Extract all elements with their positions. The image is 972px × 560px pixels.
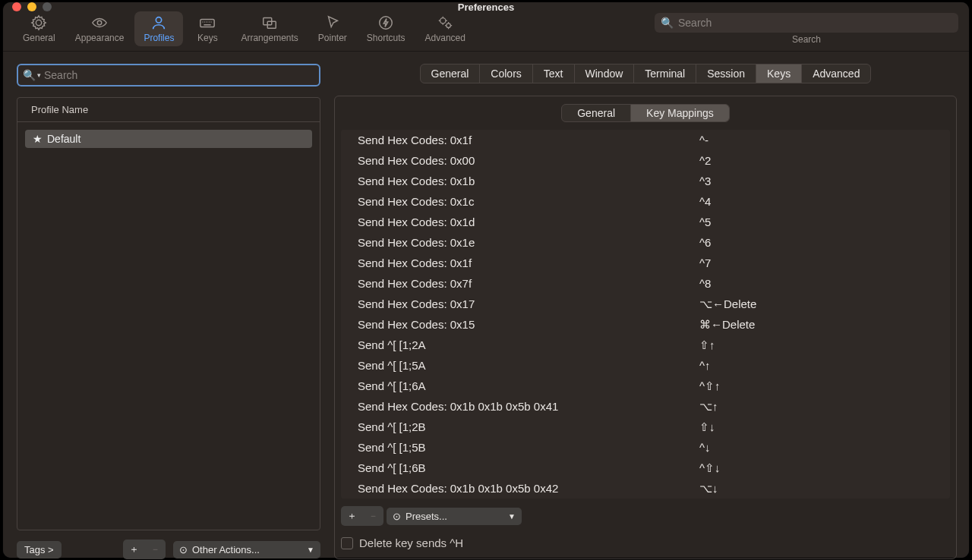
toolbar-arrangements[interactable]: Arrangements: [232, 11, 307, 46]
mapping-row[interactable]: Send Hex Codes: 0x1b^3: [341, 171, 950, 191]
content: 🔍 ▾ Profile Name ★ Default Tags > ＋ －: [3, 52, 969, 560]
toolbar-profiles[interactable]: Profiles: [134, 11, 183, 46]
tab-advanced[interactable]: Advanced: [802, 64, 870, 83]
tab-text[interactable]: Text: [533, 64, 575, 83]
profile-rows: ★ Default: [17, 122, 320, 530]
toolbar-pointer[interactable]: Pointer: [309, 11, 356, 46]
mapping-action: Send Hex Codes: 0x1f: [358, 254, 699, 272]
search-field[interactable]: 🔍: [655, 13, 958, 33]
toolbar-appearance[interactable]: Appearance: [66, 11, 134, 46]
mapping-row[interactable]: Send ^[ [1;6B^⇧↓: [341, 458, 950, 478]
subtab-key-mappings[interactable]: Key Mappings: [631, 105, 729, 121]
tab-colors[interactable]: Colors: [480, 64, 532, 83]
preferences-window: Preferences General Appearance Profiles …: [3, 2, 969, 558]
toolbar-keys[interactable]: Keys: [185, 11, 230, 46]
mapping-row[interactable]: Send Hex Codes: 0x1b 0x1b 0x5b 0x41⌥↑: [341, 396, 950, 417]
mapping-row[interactable]: Send Hex Codes: 0x00^2: [341, 150, 950, 171]
mapping-action: Send ^[ [1;2B: [358, 418, 699, 436]
mapping-shortcut: ^8: [699, 275, 950, 292]
toolbar-general[interactable]: General: [14, 11, 65, 46]
toolbar-label: Pointer: [318, 33, 347, 43]
svg-rect-2: [200, 19, 214, 27]
mapping-row[interactable]: Send Hex Codes: 0x1f^-: [341, 130, 950, 150]
window-title: Preferences: [3, 2, 969, 13]
toolbar-label: Advanced: [425, 33, 465, 43]
profile-controls: Tags > ＋ － ⊙ Other Actions... ▼: [17, 540, 320, 559]
mapping-action: Send ^[ [1;2A: [358, 336, 699, 354]
star-icon: ★: [33, 133, 43, 145]
delete-key-label: Delete key sends ^H: [359, 536, 463, 549]
subtab-general[interactable]: General: [562, 105, 631, 121]
delete-key-option[interactable]: Delete key sends ^H: [341, 536, 950, 549]
search-label: Search: [792, 34, 821, 45]
toolbar: General Appearance Profiles Keys Arrange…: [3, 11, 969, 52]
chevron-down-icon: ▼: [508, 512, 516, 521]
profile-search-input[interactable]: [44, 69, 314, 81]
mapping-row[interactable]: Send Hex Codes: 0x1d^5: [341, 212, 950, 232]
mapping-row[interactable]: Send Hex Codes: 0x17⌥←Delete: [341, 294, 950, 314]
svg-point-5: [380, 17, 393, 30]
presets-dropdown[interactable]: ⊙ Presets... ▼: [387, 508, 522, 525]
mapping-row[interactable]: Send Hex Codes: 0x1f^7: [341, 253, 950, 273]
mapping-row[interactable]: Send ^[ [1;2B⇧↓: [341, 417, 950, 437]
add-mapping-button[interactable]: ＋: [341, 506, 362, 526]
mapping-shortcut: ^↓: [699, 439, 950, 456]
key-mapping-list[interactable]: Send Hex Codes: 0x1f^-Send Hex Codes: 0x…: [341, 130, 950, 499]
tab-terminal[interactable]: Terminal: [634, 64, 696, 83]
mapping-action: Send Hex Codes: 0x15: [358, 316, 699, 333]
toolbar-shortcuts[interactable]: Shortcuts: [358, 11, 415, 46]
mapping-shortcut: ^4: [699, 193, 950, 210]
mapping-action: Send ^[ [1;6A: [358, 377, 699, 395]
remove-profile-button[interactable]: －: [144, 540, 166, 559]
profile-tabs: GeneralColorsTextWindowTerminalSessionKe…: [420, 64, 872, 83]
tab-keys[interactable]: Keys: [756, 64, 802, 83]
profile-search[interactable]: 🔍 ▾: [17, 64, 320, 87]
mapping-action: Send ^[ [1;5B: [358, 439, 699, 456]
keyboard-icon: [198, 14, 216, 31]
mapping-controls: ＋ － ⊙ Presets... ▼: [341, 506, 950, 526]
toolbar-advanced[interactable]: Advanced: [416, 11, 475, 46]
mapping-action: Send Hex Codes: 0x1c: [358, 193, 699, 210]
toolbar-label: General: [23, 33, 55, 43]
toolbar-search: 🔍 Search: [655, 13, 958, 45]
tab-general[interactable]: General: [421, 64, 481, 83]
mapping-action: Send Hex Codes: 0x17: [358, 295, 699, 313]
tab-window[interactable]: Window: [575, 64, 635, 83]
toolbar-label: Profiles: [144, 33, 174, 43]
mapping-row[interactable]: Send ^[ [1;6A^⇧↑: [341, 376, 950, 396]
mapping-shortcut: ^6: [699, 234, 950, 251]
chevron-down-icon: ▾: [37, 71, 41, 79]
mapping-shortcut: ⌥←Delete: [699, 295, 950, 313]
profile-row-default[interactable]: ★ Default: [25, 130, 312, 148]
mapping-row[interactable]: Send Hex Codes: 0x15⌘←Delete: [341, 314, 950, 335]
mapping-row[interactable]: Send Hex Codes: 0x7f^8: [341, 273, 950, 294]
ellipsis-icon: ⊙: [393, 511, 401, 522]
checkbox-icon[interactable]: [341, 537, 353, 549]
mapping-shortcut: ⌥↓: [699, 480, 950, 497]
mapping-row[interactable]: Send ^[ [1;5A^↑: [341, 355, 950, 376]
remove-mapping-button[interactable]: －: [362, 506, 383, 526]
tags-button[interactable]: Tags >: [17, 541, 62, 558]
mapping-row[interactable]: Send ^[ [1;5B^↓: [341, 437, 950, 458]
bolt-icon: [377, 14, 395, 31]
mapping-row[interactable]: Send ^[ [1;2A⇧↑: [341, 335, 950, 355]
mapping-action: Send Hex Codes: 0x7f: [358, 275, 699, 292]
mapping-shortcut: ^↑: [699, 357, 950, 374]
eye-icon: [90, 14, 109, 31]
search-input[interactable]: [678, 17, 952, 29]
svg-point-1: [156, 17, 162, 23]
mapping-shortcut: ^3: [699, 172, 950, 190]
tab-session[interactable]: Session: [696, 64, 756, 83]
other-actions-label: Other Actions...: [192, 544, 260, 555]
mapping-action: Send Hex Codes: 0x1b 0x1b 0x5b 0x41: [358, 398, 699, 415]
windows-icon: [260, 14, 279, 31]
mapping-row[interactable]: Send Hex Codes: 0x1c^4: [341, 191, 950, 212]
other-actions-dropdown[interactable]: ⊙ Other Actions... ▼: [173, 541, 320, 558]
person-icon: [150, 14, 168, 31]
mapping-row[interactable]: Send Hex Codes: 0x1b 0x1b 0x5b 0x42⌥↓: [341, 478, 950, 499]
add-profile-button[interactable]: ＋: [123, 540, 144, 559]
search-icon: 🔍: [661, 17, 674, 29]
toolbar-label: Keys: [197, 33, 218, 43]
mapping-row[interactable]: Send Hex Codes: 0x1e^6: [341, 232, 950, 253]
keys-subtabs: GeneralKey Mappings: [561, 104, 730, 122]
